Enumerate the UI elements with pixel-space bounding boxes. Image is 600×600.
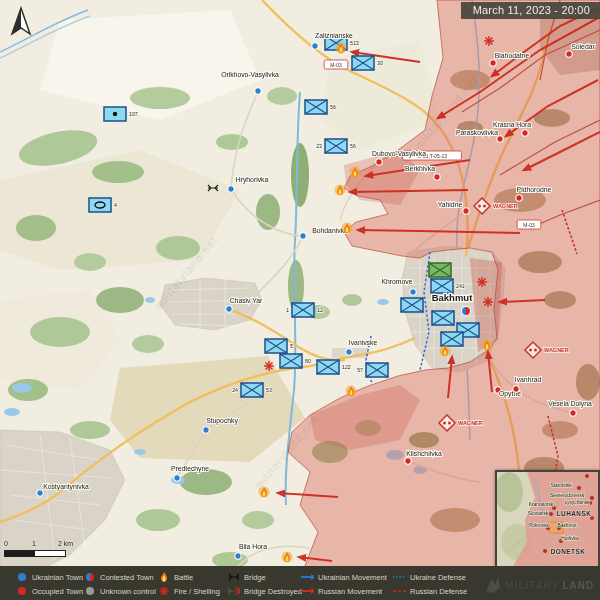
svg-text:122: 122 xyxy=(342,364,351,370)
arrow-ru-legend-icon xyxy=(300,585,314,597)
scale-bar-graphic xyxy=(4,550,66,557)
town-label: Hryhorivka xyxy=(236,176,269,184)
legend-item-russian-defense: Russian Defense xyxy=(392,585,467,597)
svg-text:12: 12 xyxy=(317,307,323,313)
inset-region-label-donetsk: DONETSK xyxy=(551,548,586,555)
legend-label: Bridge xyxy=(244,573,266,582)
battle-legend-icon xyxy=(156,571,170,583)
battle-icon xyxy=(440,346,451,357)
battle-icon xyxy=(335,185,346,196)
unit-marker-special xyxy=(429,263,451,277)
svg-text:5: 5 xyxy=(290,343,293,349)
legend-item-ukrainian-town: Ukrainian Town xyxy=(14,571,83,583)
inset-canvas: StarobilskSievierodonetskLysychanskKrama… xyxy=(497,472,598,568)
svg-text:23: 23 xyxy=(316,143,322,149)
battle-icon xyxy=(350,167,361,178)
town-label: Krasna Hora xyxy=(493,121,531,128)
svg-text:107: 107 xyxy=(129,111,138,117)
unit-marker-inf xyxy=(432,311,454,325)
battle-icon xyxy=(482,340,493,351)
svg-text:M-03: M-03 xyxy=(523,222,535,228)
battle-icon xyxy=(282,552,293,563)
legend-label: Battle xyxy=(174,573,193,582)
town-label: Chasiv Yar xyxy=(230,297,263,304)
legend-label: Ukrainian Town xyxy=(32,573,83,582)
svg-text:30: 30 xyxy=(377,60,383,66)
legend-label: Occupied Town xyxy=(32,587,83,596)
shelling-icon xyxy=(264,361,274,371)
scale-label-0: 0 xyxy=(4,540,8,547)
legend-label: Contested Town xyxy=(100,573,154,582)
inset-region-label-luhansk: LUHANSK xyxy=(557,510,592,517)
svg-text:241: 241 xyxy=(456,283,465,289)
legend-item-ukrainian-movement: Ukrainian Movement xyxy=(300,571,387,583)
svg-text:80: 80 xyxy=(305,358,311,364)
svg-text:WAGNER: WAGNER xyxy=(458,420,483,426)
inset-town-label: Pokrovsk xyxy=(529,523,549,528)
svg-text:WAGNER: WAGNER xyxy=(544,347,569,353)
inset-town-label: Kramatorsk xyxy=(529,502,554,507)
town-label: Dubovo-Vasylivka xyxy=(372,150,426,158)
unit-marker-inf xyxy=(441,332,463,346)
svg-text:M-03: M-03 xyxy=(330,62,342,68)
dash-ua-legend-icon xyxy=(392,571,406,583)
militaryland-logo: MILITARYLAND xyxy=(484,577,594,593)
map-screenshot: militaryland.net militaryland.net milita… xyxy=(0,0,600,600)
inset-town-dot-sloviansk xyxy=(549,512,553,516)
svg-text:WAGNER: WAGNER xyxy=(493,203,518,209)
town-label: Predtechyne xyxy=(171,465,209,473)
scale-bar: 0 1 2 km xyxy=(4,540,74,558)
legend-item-russian-movement: Russian Movement xyxy=(300,585,382,597)
dot-occ-legend-icon xyxy=(14,585,28,597)
road-label: M-03 xyxy=(517,220,541,229)
town-label: Bila Hora xyxy=(239,543,267,550)
inset-town-label: Sievierodonetsk xyxy=(550,493,585,498)
bridge-legend-icon xyxy=(226,571,240,583)
svg-text:56: 56 xyxy=(350,143,356,149)
legend-label: Russian Movement xyxy=(318,587,382,596)
town-label: Bakhmut xyxy=(432,292,473,303)
dot-unknown-legend-icon xyxy=(82,585,96,597)
north-arrow-icon xyxy=(6,4,36,40)
town-label: Stupochky xyxy=(206,417,238,425)
shelling-icon xyxy=(484,36,494,46)
legend-item-bridge-destroyed: Bridge Destroyed xyxy=(226,585,302,597)
legend-item-ukraine-defense: Ukraine Defense xyxy=(392,571,466,583)
svg-text:56: 56 xyxy=(330,104,336,110)
logo-glyph-icon xyxy=(484,577,502,593)
legend-label: Fire / Shelling xyxy=(174,587,220,596)
logo-text-land: LAND xyxy=(562,580,594,591)
town-label: Ivanivske xyxy=(349,339,378,346)
legend-item-unknown-control: Unknown control xyxy=(82,585,156,597)
town-label: Blahodatne xyxy=(495,52,530,59)
battle-icon xyxy=(342,223,353,234)
svg-text:57: 57 xyxy=(357,367,363,373)
svg-text:24: 24 xyxy=(232,387,238,393)
town-label: Paraskoviivka xyxy=(456,129,498,136)
legend-item-bridge: Bridge xyxy=(226,571,266,583)
legend-item-battle: Battle xyxy=(156,571,193,583)
town-label: Khromove xyxy=(382,278,413,285)
town-label: Orikhovo-Vasylivka xyxy=(221,71,279,79)
shelling-icon xyxy=(483,297,493,307)
inset-town-dot xyxy=(585,474,589,478)
town-label: Zaliznianske xyxy=(315,32,353,39)
legend-item-contested-town: Contested Town xyxy=(82,571,154,583)
inset-town-dot-starobilsk xyxy=(577,486,581,490)
legend-label: Unknown control xyxy=(100,587,156,596)
svg-text:53: 53 xyxy=(266,387,272,393)
inset-overview-map: StarobilskSievierodonetskLysychanskKrama… xyxy=(495,470,600,570)
town-label: Berkhivka xyxy=(405,165,435,172)
date-label: March 11, 2023 - 20:00 xyxy=(461,2,600,19)
inset-town-label: Horlivka xyxy=(561,536,579,541)
town-label: Vesela Dolyna xyxy=(548,400,592,408)
shelling-legend-icon xyxy=(156,585,170,597)
inset-town-label: Lysychansk xyxy=(565,500,590,505)
inset-town-dot xyxy=(543,549,547,553)
town-label: Klishchiivka xyxy=(406,450,442,457)
battle-icon xyxy=(346,386,357,397)
scale-label-1: 1 xyxy=(32,540,36,547)
battle-icon xyxy=(259,487,270,498)
svg-text:1: 1 xyxy=(286,307,289,313)
inset-town-label: Sloviansk xyxy=(528,511,549,516)
